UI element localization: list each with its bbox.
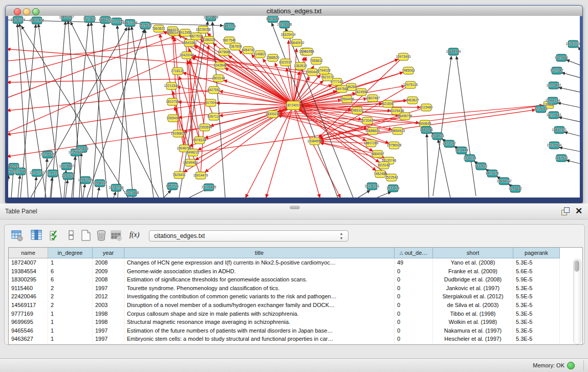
graph-edge[interactable]	[71, 22, 159, 198]
table-cell[interactable]: 5.6E-5	[513, 267, 560, 276]
table-cell[interactable]: 6	[48, 275, 93, 284]
table-cell[interactable]: 1	[48, 310, 93, 318]
table-cell[interactable]: 9463627	[9, 335, 48, 343]
table-cell[interactable]: Embryonic stem cells: a model to study s…	[124, 335, 395, 343]
graph-edge[interactable]	[87, 30, 144, 198]
graph-edge[interactable]	[8, 31, 170, 77]
graph-edge[interactable]	[183, 73, 293, 105]
graph-edge[interactable]	[8, 78, 219, 82]
table-cell[interactable]: 0	[395, 292, 433, 301]
graph-edge[interactable]	[567, 60, 580, 66]
graph-edge[interactable]	[91, 23, 107, 198]
graph-edge[interactable]	[562, 73, 580, 78]
merge-rows-icon[interactable]	[65, 229, 78, 242]
network-canvas[interactable]: 1872400788601238912955182260589827503818…	[8, 16, 580, 198]
table-cell[interactable]: 2	[48, 292, 93, 301]
graph-edge[interactable]	[564, 132, 580, 137]
table-cell[interactable]: 5.3E-5	[513, 335, 560, 343]
table-cell[interactable]: 0	[395, 267, 433, 276]
table-cell[interactable]: 0	[395, 275, 433, 284]
graph-edge[interactable]	[201, 46, 208, 176]
table-row[interactable]: 911546021997Tourette syndrome. Phenomeno…	[9, 284, 560, 293]
graph-edge[interactable]	[438, 140, 450, 198]
float-window-icon[interactable]	[560, 206, 571, 216]
panel-resize-grip[interactable]	[290, 206, 300, 209]
table-cell[interactable]: 0	[395, 335, 433, 343]
graph-edge[interactable]	[179, 21, 208, 198]
table-cell[interactable]: 5.3E-5	[513, 301, 560, 310]
table-cell[interactable]: 2	[48, 301, 93, 310]
column-header-pagerank[interactable]: pagerank	[513, 248, 560, 258]
delete-rows-icon[interactable]	[95, 229, 108, 242]
graph-edge[interactable]	[31, 28, 127, 198]
new-table-icon[interactable]	[79, 229, 93, 242]
graph-edge[interactable]	[92, 24, 104, 198]
table-cell[interactable]: Changes of HCN gene expression and I(f) …	[124, 258, 395, 267]
table-cell[interactable]: 5.3E-5	[513, 284, 560, 293]
network-canvas-area[interactable]: 1872400788601238912955182260589827503818…	[8, 16, 580, 198]
table-cell[interactable]: 0	[395, 284, 433, 293]
table-cell[interactable]: 2	[48, 284, 93, 293]
table-cell[interactable]: Franke et al. (2009)	[433, 267, 513, 276]
vertical-scrollbar[interactable]	[573, 259, 581, 344]
table-cell[interactable]: Tourette syndrome. Phenomenology and cla…	[124, 284, 395, 293]
table-row[interactable]: 977716911998Corpus callosum shape and si…	[9, 310, 560, 318]
table-cell[interactable]: 49	[395, 258, 433, 267]
graph-edge[interactable]	[578, 47, 580, 53]
scrollbar-thumb[interactable]	[574, 260, 579, 272]
function-builder-icon[interactable]: f(x)	[129, 229, 143, 242]
table-cell[interactable]: 0	[395, 301, 433, 310]
table-cell[interactable]: 22420046	[9, 292, 48, 301]
table-cell[interactable]: 2008	[93, 258, 124, 267]
table-cell[interactable]: Disruption of a novel member of a sodium…	[124, 301, 395, 310]
table-cell[interactable]: 19384554	[9, 267, 48, 276]
graph-edge[interactable]	[456, 56, 476, 196]
table-cell[interactable]: 1997	[93, 284, 124, 293]
table-cell[interactable]: 0	[395, 326, 433, 335]
graph-edge[interactable]	[97, 187, 99, 198]
table-cell[interactable]: 6	[48, 267, 93, 276]
table-cell[interactable]: 2012	[93, 292, 124, 301]
graph-edge[interactable]	[293, 105, 320, 198]
table-cell[interactable]: Genome-wide association studies in ADHD.	[124, 267, 395, 276]
table-cell[interactable]: Corpus callosum shape and size in male p…	[124, 310, 395, 318]
table-cell[interactable]: Estimation of significance thresholds fo…	[124, 275, 395, 284]
graph-edge[interactable]	[559, 117, 580, 122]
table-selector-dropdown[interactable]: citations_edges.txt ▲▼	[149, 230, 349, 242]
table-cell[interactable]: 9777169	[9, 310, 48, 318]
table-cell[interactable]: 2008	[93, 275, 124, 284]
table-cell[interactable]: 0	[395, 318, 433, 326]
table-cell[interactable]: 2003	[93, 301, 124, 310]
graph-edge[interactable]	[8, 42, 187, 61]
table-cell[interactable]: Hescheler et al. (1997)	[433, 335, 513, 343]
table-options-icon[interactable]	[11, 229, 24, 242]
window-titlebar[interactable]: citations_edges.txt	[6, 6, 582, 16]
table-cell[interactable]: Structural magnetic resonance image aver…	[124, 318, 395, 326]
graph-edge[interactable]	[164, 190, 171, 198]
column-header-name[interactable]: name	[9, 248, 48, 258]
table-cell[interactable]: 9465546	[9, 326, 48, 335]
table-row[interactable]: 1938455462009Genome-wide association stu…	[9, 267, 560, 276]
table-cell[interactable]: Wolkin et al. (1998)	[433, 318, 513, 326]
table-row[interactable]: 969969511998Structural magnetic resonanc…	[9, 318, 560, 326]
graph-edge[interactable]	[118, 27, 129, 198]
table-cell[interactable]: 1	[48, 258, 93, 267]
table-cell[interactable]: 9699695	[9, 318, 48, 326]
graph-edge[interactable]	[145, 30, 164, 198]
graph-edge[interactable]	[34, 177, 36, 198]
table-cell[interactable]: 1997	[93, 335, 124, 343]
table-row[interactable]: 946362711997Embryonic stem cells: a mode…	[9, 335, 560, 343]
table-cell[interactable]: de Silva et al. (2003)	[433, 301, 513, 310]
table-row[interactable]: 1456911722003Disruption of a novel membe…	[9, 301, 560, 310]
graph-edge[interactable]	[246, 105, 293, 198]
graph-edge[interactable]	[68, 21, 82, 198]
table-cell[interactable]: Dudbridge et al. (2008)	[433, 275, 513, 284]
graph-edge[interactable]	[559, 87, 580, 93]
table-cell[interactable]: 2009	[93, 267, 124, 276]
table-cell[interactable]: 9115460	[9, 284, 48, 293]
graph-edge[interactable]	[377, 192, 391, 198]
graph-edge[interactable]	[558, 103, 580, 108]
table-cell[interactable]: 1998	[93, 310, 124, 318]
table-row[interactable]: 2242004622012Investigating the contribut…	[9, 292, 560, 301]
table-cell[interactable]: 1	[48, 326, 93, 335]
